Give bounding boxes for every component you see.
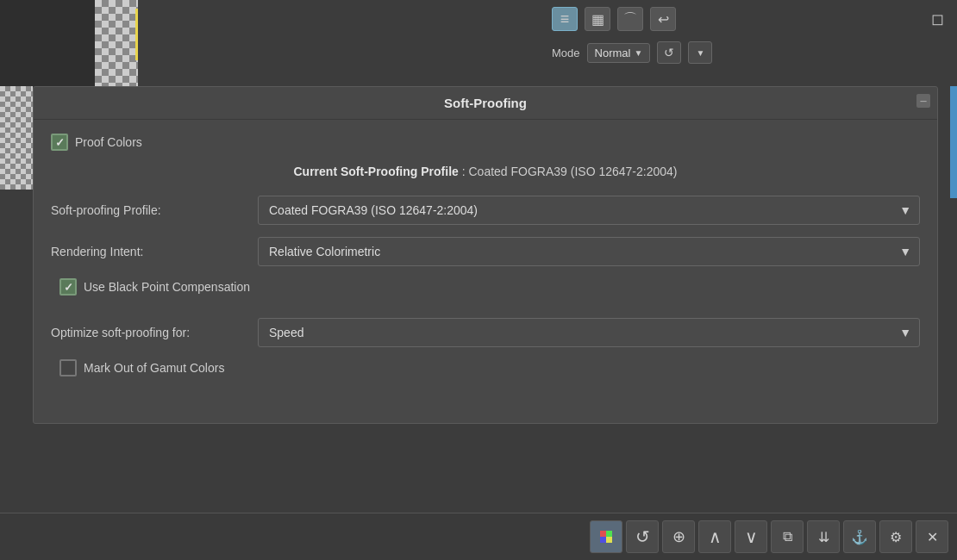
- soft-proofing-dialog: Soft-Proofing ─ Proof Colors Current Sof…: [33, 86, 938, 424]
- bottom-toolbar: ↺ ⊕ ∧ ∨ ⧉ ⇊ ⚓ ⚙ ✕: [0, 513, 957, 560]
- mode-dropdown[interactable]: Normal ▼: [587, 43, 651, 63]
- black-point-row: Use Black Point Compensation: [51, 278, 920, 296]
- current-profile-display: Current Soft-Proofing Profile : Coated F…: [51, 165, 920, 178]
- checkerboard-pattern: [95, 0, 138, 86]
- black-point-checkbox-wrapper[interactable]: Use Black Point Compensation: [59, 278, 250, 296]
- mode-bar: Mode Normal ▼ ↺ ▼: [543, 38, 957, 67]
- mark-gamut-checkbox-wrapper[interactable]: Mark Out of Gamut Colors: [59, 359, 224, 376]
- current-profile-prefix: Current Soft-Proofing Profile: [293, 165, 458, 178]
- dialog-bottom-indicator: [34, 404, 937, 423]
- extra-icon[interactable]: ▼: [688, 41, 712, 64]
- top-icon-bar: ≡ ▦ ⌒ ↩ ◻: [543, 0, 957, 38]
- link-icon[interactable]: ⚙: [879, 520, 912, 553]
- duplicate-icon[interactable]: ⧉: [771, 520, 804, 553]
- panel-options-icon[interactable]: ◻: [926, 8, 948, 30]
- dialog-body: Proof Colors Current Soft-Proofing Profi…: [34, 120, 937, 404]
- canvas-thumbnail: [0, 0, 138, 86]
- proof-colors-checkbox[interactable]: [51, 134, 68, 151]
- mode-dropdown-arrow: ▼: [634, 48, 642, 58]
- rendering-intent-row: Rendering Intent: Relative Colorimetric: [51, 237, 920, 266]
- proof-colors-label: Proof Colors: [75, 135, 142, 149]
- new-layer-icon[interactable]: ⊕: [662, 520, 695, 553]
- rotate-ccw-icon[interactable]: ↺: [626, 520, 659, 553]
- yellow-border: [135, 9, 138, 60]
- move-down-icon[interactable]: ∨: [735, 520, 767, 553]
- blue-accent-bar: [950, 86, 957, 198]
- canvas-area: [0, 0, 543, 86]
- delete-icon[interactable]: ✕: [916, 520, 948, 553]
- soft-proofing-profile-select-wrapper[interactable]: Coated FOGRA39 (ISO 12647-2:2004): [258, 196, 920, 225]
- move-up-icon[interactable]: ∧: [698, 520, 731, 553]
- mark-gamut-label: Mark Out of Gamut Colors: [84, 361, 224, 375]
- svg-rect-1: [606, 531, 612, 537]
- histogram-icon[interactable]: ▦: [585, 7, 610, 31]
- svg-rect-0: [600, 531, 606, 537]
- left-checker: [0, 86, 33, 190]
- black-point-label: Use Black Point Compensation: [84, 280, 250, 294]
- dialog-title: Soft-Proofing: [34, 87, 937, 120]
- layers-icon[interactable]: ≡: [552, 7, 578, 31]
- optimize-select-wrapper[interactable]: Speed: [258, 318, 920, 347]
- current-profile-value: Coated FOGRA39 (ISO 12647-2:2004): [468, 165, 677, 178]
- optimize-select[interactable]: Speed: [258, 318, 920, 347]
- mark-gamut-row: Mark Out of Gamut Colors: [51, 359, 920, 376]
- color-picker-svg: [597, 528, 615, 545]
- dialog-arrow: [473, 404, 497, 416]
- optimize-row: Optimize soft-proofing for: Speed: [51, 318, 920, 347]
- merge-down-icon[interactable]: ⇊: [807, 520, 840, 553]
- curves-icon[interactable]: ⌒: [617, 7, 643, 31]
- mode-label: Mode: [552, 47, 580, 59]
- dialog-close-button[interactable]: ─: [916, 94, 930, 108]
- reset-icon[interactable]: ↺: [657, 41, 681, 64]
- rendering-intent-label: Rendering Intent:: [51, 245, 258, 258]
- proof-colors-checkbox-wrapper[interactable]: Proof Colors: [51, 134, 142, 151]
- soft-proofing-profile-label: Soft-proofing Profile:: [51, 203, 258, 217]
- mark-gamut-checkbox[interactable]: [59, 359, 77, 376]
- undo-icon[interactable]: ↩: [650, 7, 676, 31]
- rendering-intent-select-wrapper[interactable]: Relative Colorimetric: [258, 237, 920, 266]
- proof-colors-row: Proof Colors: [51, 134, 920, 151]
- right-toolbar: ≡ ▦ ⌒ ↩ ◻ Mode Normal ▼ ↺ ▼: [543, 0, 957, 67]
- rendering-intent-select[interactable]: Relative Colorimetric: [258, 237, 920, 266]
- optimize-label: Optimize soft-proofing for:: [51, 326, 258, 339]
- mode-value: Normal: [595, 47, 631, 59]
- black-point-checkbox[interactable]: [59, 278, 77, 296]
- svg-rect-2: [600, 537, 606, 543]
- soft-proofing-profile-row: Soft-proofing Profile: Coated FOGRA39 (I…: [51, 196, 920, 225]
- left-canvas-strip: [0, 86, 33, 474]
- svg-rect-3: [606, 537, 612, 543]
- anchor-icon[interactable]: ⚓: [843, 520, 876, 553]
- soft-proofing-profile-select[interactable]: Coated FOGRA39 (ISO 12647-2:2004): [258, 196, 920, 225]
- color-picker-icon[interactable]: [590, 520, 622, 553]
